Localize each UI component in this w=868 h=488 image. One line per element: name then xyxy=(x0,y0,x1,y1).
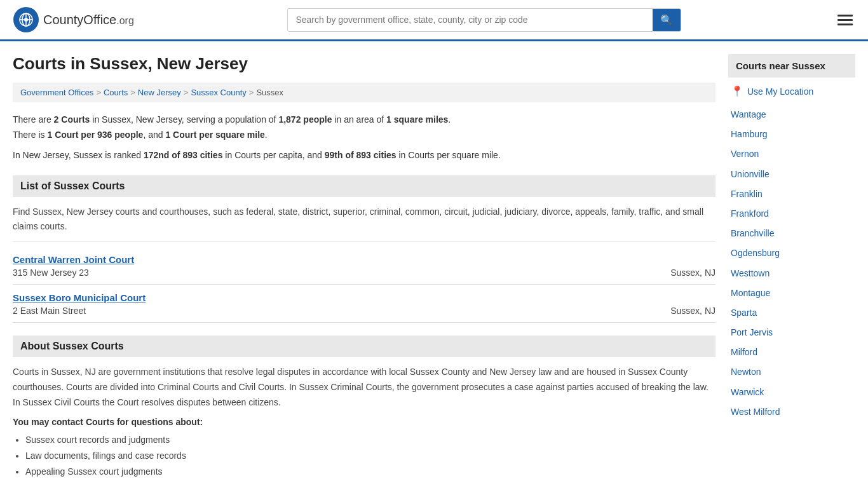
sidebar-city-link[interactable]: Warwick xyxy=(728,383,855,402)
court-info-2: 2 East Main Street Sussex, NJ xyxy=(13,306,715,316)
sidebar-city-link[interactable]: Milford xyxy=(728,342,855,362)
about-text: Courts in Sussex, NJ are government inst… xyxy=(13,365,715,410)
breadcrumb-sep: > xyxy=(184,88,189,97)
sidebar-city-link[interactable]: Unionville xyxy=(728,165,855,184)
court-info-1: 315 New Jersey 23 Sussex, NJ xyxy=(13,268,715,278)
sidebar-city-link[interactable]: Wantage xyxy=(728,105,855,125)
info-rank-capita: 172nd of 893 cities xyxy=(144,150,223,160)
info-courts-count: 2 Courts xyxy=(54,114,90,125)
list-item: Sussex court records and judgments xyxy=(25,432,715,448)
sidebar-city-link[interactable]: West Milford xyxy=(728,402,855,422)
info-rank-post: in Courts per square mile. xyxy=(397,150,501,160)
menu-bar xyxy=(837,24,853,25)
logo-brand: CountyOffice xyxy=(43,13,116,27)
info-area: 1 square miles xyxy=(386,114,448,125)
use-location-label: Use My Location xyxy=(747,86,813,97)
about-contact-header: You may contact Courts for questions abo… xyxy=(13,417,715,427)
about-header: About Sussex Courts xyxy=(13,336,715,357)
info-post2: . xyxy=(265,130,268,140)
page-title: Courts in Sussex, New Jersey xyxy=(13,54,715,74)
info-rank-pre: In New Jersey, Sussex is ranked xyxy=(13,150,144,160)
court-entry-1: Central Warren Joint Court 315 New Jerse… xyxy=(13,249,715,285)
sidebar-city-link[interactable]: Franklin xyxy=(728,184,855,204)
breadcrumb-link-nj[interactable]: New Jersey xyxy=(138,88,181,97)
sidebar-city-link[interactable]: Vernon xyxy=(728,144,855,164)
list-item: Law documents, filings and case records xyxy=(25,448,715,464)
sidebar-city-link[interactable]: Newton xyxy=(728,362,855,382)
court-list-section: List of Sussex Courts Find Sussex, New J… xyxy=(13,175,715,323)
breadcrumb-sep: > xyxy=(96,88,101,97)
about-contact-list: Sussex court records and judgments Law d… xyxy=(13,432,715,480)
info-pre2: There is xyxy=(13,130,47,140)
court-name-2[interactable]: Sussex Boro Municipal Court xyxy=(13,292,715,303)
about-section: About Sussex Courts Courts in Sussex, NJ… xyxy=(13,336,715,480)
breadcrumb-link-gov[interactable]: Government Offices xyxy=(20,88,93,97)
sidebar-city-link[interactable]: Port Jervis xyxy=(728,323,855,342)
sidebar-city-link[interactable]: Montague xyxy=(728,283,855,303)
search-input[interactable] xyxy=(288,10,653,30)
svg-point-5 xyxy=(24,18,28,22)
breadcrumb-link-county[interactable]: Sussex County xyxy=(191,88,246,97)
sidebar-header: Courts near Sussex xyxy=(728,54,855,78)
menu-button[interactable] xyxy=(835,12,855,28)
info-per-mile: 1 Court per square mile xyxy=(165,130,264,140)
info-per-capita: 1 Court per 936 people xyxy=(47,130,143,140)
info-rank-mile: 99th of 893 cities xyxy=(325,150,397,160)
sidebar-city-link[interactable]: Sparta xyxy=(728,303,855,323)
sidebar-links: WantageHamburgVernonUnionvilleFranklinFr… xyxy=(728,105,855,422)
search-button[interactable]: 🔍 xyxy=(653,9,681,31)
sidebar-city-link[interactable]: Westtown xyxy=(728,264,855,283)
breadcrumb-link-courts[interactable]: Courts xyxy=(104,88,128,97)
court-city-1: Sussex, NJ xyxy=(670,268,715,278)
info-section: There are 2 Courts in Sussex, New Jersey… xyxy=(13,112,715,163)
sidebar-city-link[interactable]: Ogdensburg xyxy=(728,243,855,263)
menu-bar xyxy=(837,15,853,17)
court-address-1: 315 New Jersey 23 xyxy=(13,268,89,278)
location-icon: 📍 xyxy=(731,85,743,97)
logo[interactable]: CountyOffice.org xyxy=(13,6,134,33)
court-list-description: Find Sussex, New Jersey courts and court… xyxy=(13,205,715,241)
info-population: 1,872 people xyxy=(278,114,332,125)
breadcrumb-sep: > xyxy=(249,88,254,97)
info-mid1: in Sussex, New Jersey, serving a populat… xyxy=(90,114,278,125)
court-address-2: 2 East Main Street xyxy=(13,306,86,316)
sidebar: Courts near Sussex 📍 Use My Location Wan… xyxy=(728,54,855,488)
court-list-header: List of Sussex Courts xyxy=(13,175,715,197)
info-mid2: in an area of xyxy=(332,114,386,125)
info-post1: . xyxy=(448,114,451,125)
court-city-2: Sussex, NJ xyxy=(670,306,715,316)
logo-icon xyxy=(13,6,39,33)
info-mid3: , and xyxy=(143,130,165,140)
list-item: Appealing Sussex court judgments xyxy=(25,464,715,480)
logo-tld: .org xyxy=(116,15,134,26)
sidebar-city-link[interactable]: Hamburg xyxy=(728,125,855,144)
breadcrumb: Government Offices > Courts > New Jersey… xyxy=(13,83,715,102)
court-entry-2: Sussex Boro Municipal Court 2 East Main … xyxy=(13,287,715,323)
sidebar-city-link[interactable]: Branchville xyxy=(728,224,855,243)
court-name-1[interactable]: Central Warren Joint Court xyxy=(13,254,715,265)
info-rank-mid: in Courts per capita, and xyxy=(222,150,324,160)
breadcrumb-sep: > xyxy=(130,88,135,97)
search-area: 🔍 xyxy=(287,8,681,32)
search-icon: 🔍 xyxy=(660,15,673,25)
logo-text: CountyOffice.org xyxy=(43,13,134,27)
menu-bar xyxy=(837,19,853,21)
info-pre1: There are xyxy=(13,114,54,125)
sidebar-city-link[interactable]: Frankford xyxy=(728,204,855,224)
breadcrumb-current: Sussex xyxy=(256,88,283,97)
use-my-location-link[interactable]: 📍 Use My Location xyxy=(728,85,855,97)
